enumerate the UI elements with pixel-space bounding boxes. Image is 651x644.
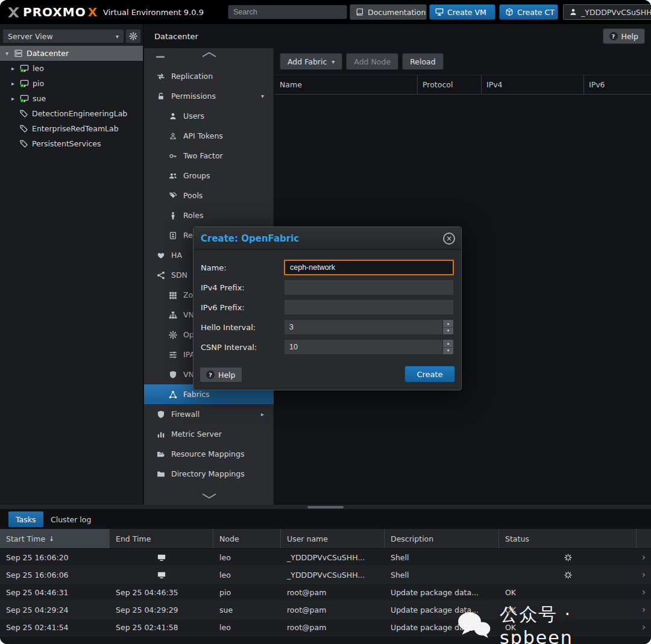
column-header-description[interactable]: Description xyxy=(385,529,499,548)
tree-item-node-pio[interactable]: ▸ pio xyxy=(0,76,143,91)
csnp-interval-field[interactable] xyxy=(284,339,454,355)
hello-interval-field[interactable] xyxy=(284,319,454,335)
tab-tasks[interactable]: Tasks xyxy=(8,511,43,527)
spinner-down-icon[interactable]: ▾ xyxy=(443,348,453,355)
dialog-titlebar[interactable]: Create: OpenFabric × xyxy=(193,227,461,250)
collapsed-caret-icon[interactable]: ▸ xyxy=(10,80,16,87)
nav-item-label: Groups xyxy=(183,171,210,180)
tag-icon xyxy=(19,139,28,148)
column-header-node[interactable]: Node xyxy=(213,529,281,548)
column-header-name[interactable]: Name xyxy=(275,75,418,94)
tree-item-node-leo[interactable]: ▸ leo xyxy=(0,61,143,76)
nav-item-directory-mappings[interactable]: Directory Mappings xyxy=(144,464,274,484)
node-online-icon xyxy=(20,64,29,73)
search-input[interactable] xyxy=(228,5,347,19)
tree-item-tag-persistentservices[interactable]: PersistentServices xyxy=(0,136,143,151)
column-header-status[interactable]: Status xyxy=(499,529,637,548)
spinner-down-icon[interactable]: ▾ xyxy=(443,328,453,335)
nav-item-metric-server[interactable]: Metric Server xyxy=(144,424,274,444)
column-header-protocol[interactable]: Protocol xyxy=(418,75,482,94)
ipv4-prefix-wrap xyxy=(284,280,454,295)
add-node-button[interactable]: Add Node xyxy=(346,53,398,70)
name-field[interactable] xyxy=(284,260,454,275)
column-label: Status xyxy=(505,534,529,543)
unlock-icon xyxy=(156,92,166,101)
scroll-down-icon[interactable] xyxy=(201,493,217,499)
view-mode-select[interactable]: Server View ▾ xyxy=(2,29,124,43)
collapsed-caret-icon[interactable]: ▸ xyxy=(10,65,16,72)
column-label: User name xyxy=(287,534,328,543)
column-header-user-name[interactable]: User name xyxy=(281,529,385,548)
tree-item-datacenter[interactable]: ▾ Datacenter xyxy=(0,46,143,61)
tree-item-label: DetectionEngineeringLab xyxy=(32,109,127,118)
task-row[interactable]: Sep 25 16:06:20 leo _YDDDPVvCSuSHH... Sh… xyxy=(0,549,651,566)
close-icon[interactable]: × xyxy=(443,233,455,245)
breadcrumb-bar: Datacenter ? Help xyxy=(144,24,651,48)
create-openfabric-dialog: Create: OpenFabric × Name: IPv4 Prefix: … xyxy=(193,227,462,390)
collapsed-caret-icon[interactable]: ▸ xyxy=(10,95,16,102)
user-icon xyxy=(168,112,178,120)
task-row[interactable]: Sep 25 04:46:31 Sep 25 04:46:35 pio root… xyxy=(0,584,651,601)
create-ct-button[interactable]: Create CT xyxy=(499,4,558,20)
create-button[interactable]: Create xyxy=(404,366,455,383)
expanded-caret-icon[interactable]: ▾ xyxy=(4,50,10,57)
tag-icon xyxy=(19,124,28,133)
row-expand-chevron[interactable]: › xyxy=(637,566,651,583)
fabrics-toolbar: Add Fabric ▾ Add Node Reload xyxy=(280,53,444,70)
reload-button[interactable]: Reload xyxy=(402,53,444,70)
splitter-handle[interactable] xyxy=(307,506,344,508)
task-end-time xyxy=(110,549,213,566)
add-fabric-button[interactable]: Add Fabric ▾ xyxy=(280,53,342,70)
nav-item-api-tokens[interactable]: API Tokens xyxy=(144,126,274,146)
console-icon[interactable] xyxy=(157,553,166,562)
nav-item-label: Roles xyxy=(183,211,203,220)
tree-item-tag-enterpriseredteamlab[interactable]: EnterpriseRedTeamLab xyxy=(0,121,143,136)
scroll-up-icon[interactable] xyxy=(201,52,217,57)
column-header-start-time[interactable]: Start Time↓ xyxy=(0,529,110,548)
add-node-label: Add Node xyxy=(354,57,391,66)
nav-item-permissions[interactable]: Permissions▾ xyxy=(144,86,274,106)
task-status xyxy=(499,566,637,583)
help-button[interactable]: ? Help xyxy=(603,28,646,44)
datacenter-icon xyxy=(14,49,23,58)
console-icon[interactable] xyxy=(157,571,166,580)
documentation-button[interactable]: Documentation xyxy=(350,4,427,20)
chart-icon xyxy=(156,430,166,439)
task-row[interactable]: Sep 25 16:06:06 leo _YDDDPVvCSuSHH... Sh… xyxy=(0,566,651,584)
nav-item-roles[interactable]: Roles xyxy=(144,205,274,225)
row-expand-chevron[interactable]: › xyxy=(637,584,651,601)
cube-icon xyxy=(505,8,514,16)
nav-item-resource-mappings[interactable]: Resource Mappings xyxy=(144,444,274,464)
proxmox-app-window: PROXMOX Virtual Environment 9.0.9 Docume… xyxy=(0,0,651,644)
sidebar-settings-button[interactable] xyxy=(125,29,141,43)
nav-item-label: Users xyxy=(183,111,204,120)
nav-item-replication[interactable]: Replication xyxy=(144,66,274,86)
column-header-end-time[interactable]: End Time xyxy=(110,529,213,548)
task-node: leo xyxy=(213,619,281,636)
ipv6-prefix-field[interactable] xyxy=(284,299,454,315)
nav-item-users[interactable]: Users xyxy=(144,106,274,126)
user-menu-button[interactable]: _YDDDPVvCSuSHH xyxy=(563,4,651,20)
spinner-up-icon[interactable]: ▴ xyxy=(443,340,453,348)
nav-item-pools[interactable]: Pools xyxy=(144,186,274,205)
tree-item-tag-detectionengineeringlab[interactable]: DetectionEngineeringLab xyxy=(0,106,143,121)
dialog-help-button[interactable]: ? Help xyxy=(200,367,242,383)
nav-item-label: Firewall xyxy=(171,410,200,419)
ipv4-prefix-field[interactable] xyxy=(284,280,454,295)
column-header-ipv6[interactable]: IPv6 xyxy=(584,75,651,94)
tree-item-node-sue[interactable]: ▸ sue xyxy=(0,91,143,106)
version-label: Virtual Environment 9.0.9 xyxy=(103,8,204,17)
create-vm-button[interactable]: Create VM xyxy=(429,4,495,20)
spinner-up-icon[interactable]: ▴ xyxy=(443,320,453,328)
nav-item-label: Pools xyxy=(183,191,203,200)
nav-item-firewall[interactable]: Firewall▸ xyxy=(144,404,274,424)
row-expand-chevron[interactable]: › xyxy=(637,549,651,566)
key-icon xyxy=(168,152,178,160)
grid-icon xyxy=(168,291,178,299)
tab-cluster-log[interactable]: Cluster log xyxy=(43,511,98,527)
logo-text: PROXMO xyxy=(23,5,86,19)
nav-item-groups[interactable]: Groups xyxy=(144,166,274,186)
nav-item-two-factor[interactable]: Two Factor xyxy=(144,146,274,166)
tag-icon xyxy=(19,109,28,118)
column-header-ipv4[interactable]: IPv4 xyxy=(482,75,584,94)
